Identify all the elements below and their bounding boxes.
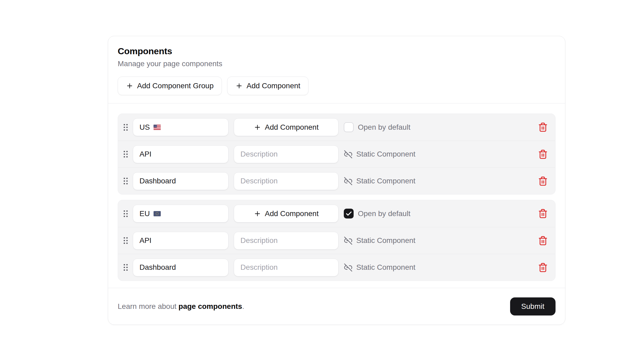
- trash-icon: [538, 236, 548, 246]
- delete-component-button[interactable]: [536, 261, 549, 274]
- unlink-icon: [344, 236, 353, 245]
- group-name-input[interactable]: EU: [133, 205, 228, 222]
- open-by-default-label: Open by default: [358, 209, 410, 218]
- add-component-group-button[interactable]: Add Component Group: [118, 77, 222, 95]
- open-by-default-label: Open by default: [358, 123, 410, 132]
- component-name-input[interactable]: [133, 172, 228, 190]
- component-description-input[interactable]: [234, 232, 338, 250]
- component-description-input[interactable]: [234, 172, 338, 190]
- learn-more-suffix: .: [242, 302, 244, 310]
- delete-component-button[interactable]: [536, 234, 549, 247]
- group-header-row: US Add Component Open by default: [118, 114, 555, 141]
- component-row: Static Component: [118, 167, 555, 194]
- submit-button[interactable]: Submit: [510, 297, 556, 315]
- delete-component-button[interactable]: [536, 148, 549, 161]
- page-subtitle: Manage your page components: [118, 59, 556, 69]
- unlink-icon: [344, 177, 353, 186]
- us-flag-icon: [154, 125, 161, 130]
- static-component-indicator: Static Component: [344, 150, 416, 159]
- plus-icon: [235, 82, 243, 90]
- open-by-default-checkbox[interactable]: [344, 209, 354, 218]
- plus-icon: [254, 124, 261, 131]
- static-component-indicator: Static Component: [344, 263, 416, 272]
- unlink-icon: [344, 263, 353, 272]
- add-component-label: Add Component: [247, 82, 300, 90]
- page-title: Components: [118, 46, 556, 56]
- grip-dots-icon: [123, 237, 128, 244]
- plus-icon: [254, 210, 261, 217]
- group-name-value: EU: [139, 209, 150, 218]
- grip-dots-icon: [123, 264, 128, 271]
- trash-icon: [538, 263, 548, 272]
- grip-dots-icon: [123, 210, 128, 217]
- header-actions: Add Component Group Add Component: [118, 77, 556, 95]
- drag-handle[interactable]: [123, 210, 129, 217]
- delete-group-button[interactable]: [536, 207, 549, 220]
- group-name-value: US: [139, 123, 150, 132]
- component-row: Static Component: [118, 227, 555, 254]
- group-add-component-button[interactable]: Add Component: [234, 118, 338, 136]
- static-component-label: Static Component: [356, 177, 416, 185]
- add-component-group-label: Add Component Group: [137, 82, 214, 90]
- component-name-input[interactable]: [133, 232, 228, 250]
- page-components-link[interactable]: page components: [179, 302, 242, 310]
- component-name-input[interactable]: [133, 145, 228, 163]
- component-description-input[interactable]: [234, 259, 338, 276]
- static-component-label: Static Component: [356, 263, 416, 272]
- trash-icon: [538, 122, 548, 132]
- open-by-default-control: Open by default: [344, 122, 410, 132]
- check-icon: [345, 210, 352, 217]
- component-group-eu: EU Add Component Open by default: [118, 200, 556, 281]
- trash-icon: [538, 176, 548, 186]
- group-name-input[interactable]: US: [133, 118, 228, 136]
- component-name-input[interactable]: [133, 259, 228, 276]
- component-row: Static Component: [118, 254, 555, 281]
- component-row: Static Component: [118, 141, 555, 167]
- card-header: Components Manage your page components A…: [108, 36, 565, 103]
- drag-handle[interactable]: [123, 177, 129, 185]
- learn-more-prefix: Learn more about: [118, 302, 179, 310]
- delete-component-button[interactable]: [536, 175, 549, 188]
- add-component-button[interactable]: Add Component: [227, 77, 308, 95]
- component-description-input[interactable]: [234, 145, 338, 163]
- delete-group-button[interactable]: [536, 121, 549, 134]
- static-component-label: Static Component: [356, 236, 416, 245]
- eu-flag-icon: [154, 211, 161, 216]
- grip-dots-icon: [123, 177, 128, 185]
- static-component-indicator: Static Component: [344, 177, 416, 186]
- component-group-us: US Add Component Open by default: [118, 113, 556, 195]
- drag-handle[interactable]: [123, 124, 129, 131]
- card-footer: Learn more about page components. Submit: [108, 288, 565, 325]
- static-component-indicator: Static Component: [344, 236, 416, 245]
- group-header-row: EU Add Component Open by default: [118, 200, 555, 227]
- open-by-default-control: Open by default: [344, 209, 410, 218]
- component-groups-list: US Add Component Open by default: [108, 103, 565, 288]
- unlink-icon: [344, 150, 353, 159]
- grip-dots-icon: [123, 124, 128, 131]
- drag-handle[interactable]: [123, 150, 129, 158]
- plus-icon: [126, 82, 133, 90]
- trash-icon: [538, 209, 548, 218]
- trash-icon: [538, 149, 548, 159]
- static-component-label: Static Component: [356, 150, 416, 158]
- learn-more-text: Learn more about page components.: [118, 302, 244, 311]
- open-by-default-checkbox[interactable]: [344, 122, 354, 132]
- drag-handle[interactable]: [123, 264, 129, 271]
- components-card: Components Manage your page components A…: [108, 36, 565, 325]
- group-add-component-button[interactable]: Add Component: [234, 205, 338, 222]
- grip-dots-icon: [123, 150, 128, 158]
- drag-handle[interactable]: [123, 237, 129, 244]
